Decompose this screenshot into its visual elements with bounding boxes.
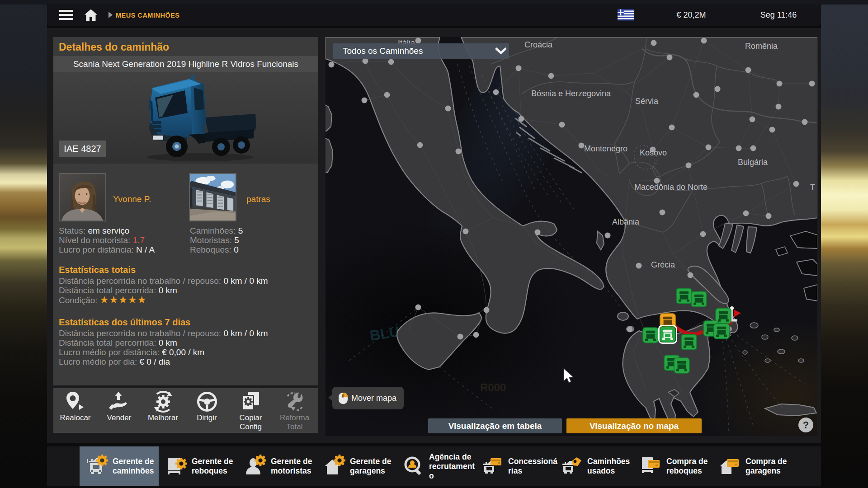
- svg-text:Grécia: Grécia: [651, 260, 675, 269]
- svg-text:Croácia: Croácia: [524, 40, 553, 49]
- svg-text:Kosovo: Kosovo: [640, 148, 667, 157]
- svg-text:Romênia: Romênia: [745, 42, 778, 51]
- svg-text:Bósnia e Herzegovina: Bósnia e Herzegovina: [531, 89, 611, 98]
- svg-text:R000: R000: [480, 381, 506, 394]
- svg-text:T: T: [810, 183, 815, 192]
- svg-text:Albânia: Albânia: [612, 217, 640, 226]
- svg-text:Bulgária: Bulgária: [738, 158, 768, 167]
- svg-text:Macedônia do Norte: Macedônia do Norte: [634, 183, 708, 192]
- svg-text:Montenegro: Montenegro: [584, 144, 627, 153]
- svg-text:Sérvia: Sérvia: [635, 97, 659, 106]
